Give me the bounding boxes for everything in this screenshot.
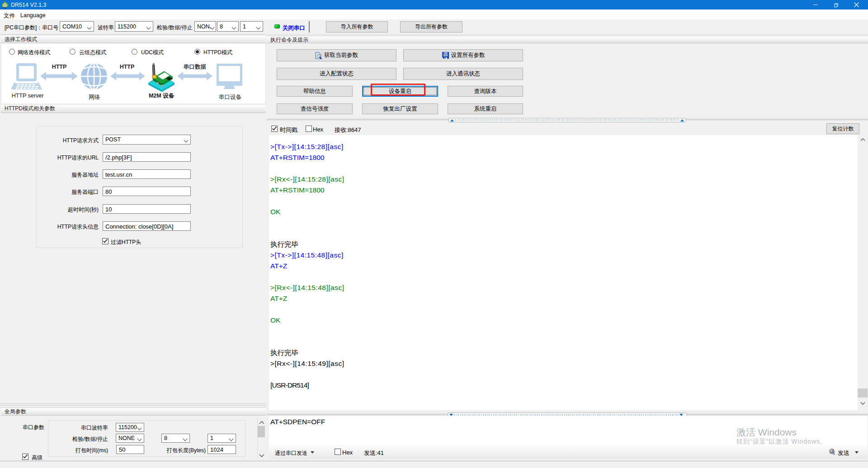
svg-text:网络: 网络: [89, 94, 100, 100]
svg-text:HTTP: HTTP: [52, 64, 67, 70]
svg-text:HTTP server: HTTP server: [12, 93, 44, 99]
svg-text:串口设备: 串口设备: [219, 94, 242, 100]
svg-text:串口数据: 串口数据: [184, 64, 207, 70]
svg-text:M2M 设备: M2M 设备: [149, 93, 175, 99]
svg-text:HTTP: HTTP: [120, 64, 135, 70]
